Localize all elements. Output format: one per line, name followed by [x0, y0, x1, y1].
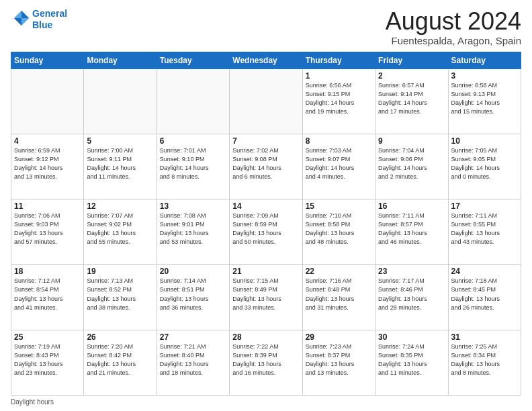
main-title: August 2024 [386, 8, 521, 35]
day-number: 31 [451, 332, 518, 342]
calendar-cell: 12Sunrise: 7:07 AM Sunset: 9:02 PM Dayli… [84, 199, 157, 265]
calendar-cell: 24Sunrise: 7:18 AM Sunset: 8:45 PM Dayli… [448, 265, 521, 330]
logo-icon [12, 9, 31, 28]
day-number: 9 [378, 136, 445, 146]
day-number: 11 [14, 201, 81, 211]
calendar-week-3: 11Sunrise: 7:06 AM Sunset: 9:03 PM Dayli… [11, 199, 521, 265]
day-info: Sunrise: 7:04 AM Sunset: 9:06 PM Dayligh… [378, 146, 445, 181]
calendar-cell: 15Sunrise: 7:10 AM Sunset: 8:58 PM Dayli… [302, 199, 375, 265]
calendar-cell [157, 68, 229, 134]
footer-note: Daylight hours [11, 398, 521, 406]
col-wednesday: Wednesday [230, 52, 302, 68]
calendar-cell: 19Sunrise: 7:13 AM Sunset: 8:52 PM Dayli… [84, 265, 157, 330]
day-number: 23 [378, 267, 445, 276]
calendar: Sunday Monday Tuesday Wednesday Thursday… [11, 52, 521, 396]
calendar-cell: 14Sunrise: 7:09 AM Sunset: 8:59 PM Dayli… [230, 199, 302, 265]
day-number: 2 [378, 71, 445, 81]
svg-marker-2 [14, 18, 21, 26]
calendar-cell: 20Sunrise: 7:14 AM Sunset: 8:51 PM Dayli… [157, 265, 229, 330]
day-info: Sunrise: 7:00 AM Sunset: 9:11 PM Dayligh… [87, 146, 153, 181]
svg-marker-0 [21, 11, 29, 18]
day-info: Sunrise: 7:22 AM Sunset: 8:39 PM Dayligh… [232, 342, 299, 377]
day-info: Sunrise: 7:17 AM Sunset: 8:46 PM Dayligh… [378, 277, 445, 312]
day-info: Sunrise: 6:56 AM Sunset: 9:15 PM Dayligh… [306, 81, 372, 116]
logo: General Blue [11, 8, 67, 31]
calendar-week-5: 25Sunrise: 7:19 AM Sunset: 8:43 PM Dayli… [11, 330, 521, 395]
calendar-body: 1Sunrise: 6:56 AM Sunset: 9:15 PM Daylig… [11, 68, 521, 395]
day-number: 18 [14, 267, 81, 276]
day-info: Sunrise: 7:21 AM Sunset: 8:40 PM Dayligh… [160, 342, 226, 377]
day-number: 4 [14, 136, 81, 146]
day-info: Sunrise: 6:58 AM Sunset: 9:13 PM Dayligh… [451, 81, 518, 116]
col-friday: Friday [375, 52, 448, 68]
day-info: Sunrise: 7:02 AM Sunset: 9:08 PM Dayligh… [232, 146, 299, 181]
day-info: Sunrise: 7:07 AM Sunset: 9:02 PM Dayligh… [87, 212, 153, 246]
day-number: 16 [378, 201, 445, 211]
calendar-cell: 29Sunrise: 7:23 AM Sunset: 8:37 PM Dayli… [302, 330, 375, 395]
calendar-cell: 31Sunrise: 7:25 AM Sunset: 8:34 PM Dayli… [448, 330, 521, 395]
logo-text: General Blue [32, 8, 67, 31]
day-info: Sunrise: 7:18 AM Sunset: 8:45 PM Dayligh… [451, 277, 518, 312]
calendar-cell: 1Sunrise: 6:56 AM Sunset: 9:15 PM Daylig… [302, 68, 375, 134]
calendar-cell: 28Sunrise: 7:22 AM Sunset: 8:39 PM Dayli… [230, 330, 302, 395]
calendar-cell [230, 68, 302, 134]
col-thursday: Thursday [302, 52, 375, 68]
calendar-cell: 6Sunrise: 7:01 AM Sunset: 9:10 PM Daylig… [157, 134, 229, 199]
title-area: August 2024 Fuentespalda, Aragon, Spain [386, 8, 521, 46]
page: General Blue August 2024 Fuentespalda, A… [0, 0, 532, 411]
calendar-cell: 25Sunrise: 7:19 AM Sunset: 8:43 PM Dayli… [11, 330, 84, 395]
day-number: 19 [87, 267, 153, 276]
day-number: 28 [232, 332, 299, 342]
day-number: 25 [14, 332, 81, 342]
calendar-cell: 16Sunrise: 7:11 AM Sunset: 8:57 PM Dayli… [375, 199, 448, 265]
day-info: Sunrise: 7:20 AM Sunset: 8:42 PM Dayligh… [87, 342, 153, 377]
day-info: Sunrise: 7:03 AM Sunset: 9:07 PM Dayligh… [306, 146, 372, 181]
calendar-cell: 30Sunrise: 7:24 AM Sunset: 8:35 PM Dayli… [375, 330, 448, 395]
calendar-cell: 11Sunrise: 7:06 AM Sunset: 9:03 PM Dayli… [11, 199, 84, 265]
day-number: 14 [232, 201, 299, 211]
day-number: 30 [378, 332, 445, 342]
calendar-cell: 23Sunrise: 7:17 AM Sunset: 8:46 PM Dayli… [375, 265, 448, 330]
calendar-cell [11, 68, 84, 134]
day-number: 12 [87, 201, 153, 211]
calendar-cell: 17Sunrise: 7:11 AM Sunset: 8:55 PM Dayli… [448, 199, 521, 265]
calendar-cell: 4Sunrise: 6:59 AM Sunset: 9:12 PM Daylig… [11, 134, 84, 199]
day-info: Sunrise: 7:08 AM Sunset: 9:01 PM Dayligh… [160, 212, 226, 246]
calendar-header-row: Sunday Monday Tuesday Wednesday Thursday… [11, 52, 521, 68]
day-number: 3 [451, 71, 518, 81]
calendar-cell: 18Sunrise: 7:12 AM Sunset: 8:54 PM Dayli… [11, 265, 84, 330]
day-number: 17 [451, 201, 518, 211]
day-info: Sunrise: 7:01 AM Sunset: 9:10 PM Dayligh… [160, 146, 226, 181]
day-info: Sunrise: 7:09 AM Sunset: 8:59 PM Dayligh… [232, 212, 299, 246]
day-info: Sunrise: 7:14 AM Sunset: 8:51 PM Dayligh… [160, 277, 226, 312]
day-info: Sunrise: 6:59 AM Sunset: 9:12 PM Dayligh… [14, 146, 81, 181]
day-number: 1 [306, 71, 372, 81]
day-info: Sunrise: 7:10 AM Sunset: 8:58 PM Dayligh… [306, 212, 372, 246]
day-number: 24 [451, 267, 518, 276]
day-info: Sunrise: 7:12 AM Sunset: 8:54 PM Dayligh… [14, 277, 81, 312]
calendar-cell: 8Sunrise: 7:03 AM Sunset: 9:07 PM Daylig… [302, 134, 375, 199]
day-number: 10 [451, 136, 518, 146]
header: General Blue August 2024 Fuentespalda, A… [11, 8, 521, 46]
calendar-week-1: 1Sunrise: 6:56 AM Sunset: 9:15 PM Daylig… [11, 68, 521, 134]
day-info: Sunrise: 7:24 AM Sunset: 8:35 PM Dayligh… [378, 342, 445, 377]
calendar-week-2: 4Sunrise: 6:59 AM Sunset: 9:12 PM Daylig… [11, 134, 521, 199]
day-number: 21 [232, 267, 299, 276]
col-tuesday: Tuesday [157, 52, 229, 68]
col-sunday: Sunday [11, 52, 84, 68]
day-info: Sunrise: 7:16 AM Sunset: 8:48 PM Dayligh… [306, 277, 372, 312]
day-info: Sunrise: 7:11 AM Sunset: 8:55 PM Dayligh… [451, 212, 518, 246]
day-info: Sunrise: 6:57 AM Sunset: 9:14 PM Dayligh… [378, 81, 445, 116]
day-info: Sunrise: 7:25 AM Sunset: 8:34 PM Dayligh… [451, 342, 518, 377]
svg-marker-3 [21, 18, 29, 26]
day-info: Sunrise: 7:19 AM Sunset: 8:43 PM Dayligh… [14, 342, 81, 377]
day-info: Sunrise: 7:13 AM Sunset: 8:52 PM Dayligh… [87, 277, 153, 312]
day-number: 20 [160, 267, 226, 276]
day-number: 15 [306, 201, 372, 211]
day-info: Sunrise: 7:23 AM Sunset: 8:37 PM Dayligh… [306, 342, 372, 377]
day-info: Sunrise: 7:05 AM Sunset: 9:05 PM Dayligh… [451, 146, 518, 181]
calendar-cell: 2Sunrise: 6:57 AM Sunset: 9:14 PM Daylig… [375, 68, 448, 134]
calendar-cell: 21Sunrise: 7:15 AM Sunset: 8:49 PM Dayli… [230, 265, 302, 330]
col-saturday: Saturday [448, 52, 521, 68]
day-number: 7 [232, 136, 299, 146]
